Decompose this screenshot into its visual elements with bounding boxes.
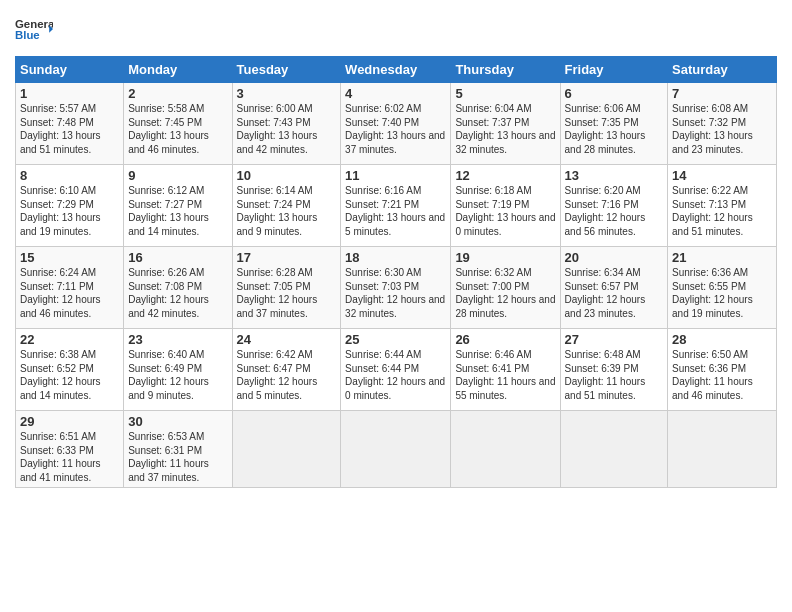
week-row-4: 22 Sunrise: 6:38 AMSunset: 6:52 PMDaylig… <box>16 329 777 411</box>
day-number: 30 <box>128 414 227 429</box>
header-row: SundayMondayTuesdayWednesdayThursdayFrid… <box>16 57 777 83</box>
day-info: Sunrise: 6:38 AMSunset: 6:52 PMDaylight:… <box>20 349 101 401</box>
day-info: Sunrise: 6:24 AMSunset: 7:11 PMDaylight:… <box>20 267 101 319</box>
day-info: Sunrise: 6:20 AMSunset: 7:16 PMDaylight:… <box>565 185 646 237</box>
day-info: Sunrise: 6:28 AMSunset: 7:05 PMDaylight:… <box>237 267 318 319</box>
day-number: 10 <box>237 168 337 183</box>
col-header-monday: Monday <box>124 57 232 83</box>
calendar-cell: 14 Sunrise: 6:22 AMSunset: 7:13 PMDaylig… <box>668 165 777 247</box>
calendar-cell <box>451 411 560 488</box>
day-info: Sunrise: 6:34 AMSunset: 6:57 PMDaylight:… <box>565 267 646 319</box>
day-info: Sunrise: 6:42 AMSunset: 6:47 PMDaylight:… <box>237 349 318 401</box>
calendar-cell: 16 Sunrise: 6:26 AMSunset: 7:08 PMDaylig… <box>124 247 232 329</box>
day-number: 3 <box>237 86 337 101</box>
day-number: 21 <box>672 250 772 265</box>
day-number: 4 <box>345 86 446 101</box>
day-number: 11 <box>345 168 446 183</box>
calendar-cell: 11 Sunrise: 6:16 AMSunset: 7:21 PMDaylig… <box>341 165 451 247</box>
calendar-cell: 10 Sunrise: 6:14 AMSunset: 7:24 PMDaylig… <box>232 165 341 247</box>
calendar-cell <box>341 411 451 488</box>
day-info: Sunrise: 5:57 AMSunset: 7:48 PMDaylight:… <box>20 103 101 155</box>
day-number: 7 <box>672 86 772 101</box>
calendar-cell: 21 Sunrise: 6:36 AMSunset: 6:55 PMDaylig… <box>668 247 777 329</box>
svg-text:General: General <box>15 18 53 30</box>
day-number: 27 <box>565 332 664 347</box>
week-row-3: 15 Sunrise: 6:24 AMSunset: 7:11 PMDaylig… <box>16 247 777 329</box>
day-number: 24 <box>237 332 337 347</box>
calendar-cell: 30 Sunrise: 6:53 AMSunset: 6:31 PMDaylig… <box>124 411 232 488</box>
calendar-cell: 5 Sunrise: 6:04 AMSunset: 7:37 PMDayligh… <box>451 83 560 165</box>
day-info: Sunrise: 6:48 AMSunset: 6:39 PMDaylight:… <box>565 349 646 401</box>
calendar-cell: 9 Sunrise: 6:12 AMSunset: 7:27 PMDayligh… <box>124 165 232 247</box>
logo: General Blue <box>15 10 53 48</box>
calendar-cell: 18 Sunrise: 6:30 AMSunset: 7:03 PMDaylig… <box>341 247 451 329</box>
day-info: Sunrise: 6:14 AMSunset: 7:24 PMDaylight:… <box>237 185 318 237</box>
col-header-wednesday: Wednesday <box>341 57 451 83</box>
day-number: 8 <box>20 168 119 183</box>
calendar-cell: 27 Sunrise: 6:48 AMSunset: 6:39 PMDaylig… <box>560 329 668 411</box>
day-number: 5 <box>455 86 555 101</box>
col-header-saturday: Saturday <box>668 57 777 83</box>
day-number: 6 <box>565 86 664 101</box>
day-number: 18 <box>345 250 446 265</box>
day-info: Sunrise: 6:10 AMSunset: 7:29 PMDaylight:… <box>20 185 101 237</box>
day-info: Sunrise: 6:26 AMSunset: 7:08 PMDaylight:… <box>128 267 209 319</box>
col-header-sunday: Sunday <box>16 57 124 83</box>
calendar-cell: 1 Sunrise: 5:57 AMSunset: 7:48 PMDayligh… <box>16 83 124 165</box>
calendar-cell: 17 Sunrise: 6:28 AMSunset: 7:05 PMDaylig… <box>232 247 341 329</box>
calendar-cell: 3 Sunrise: 6:00 AMSunset: 7:43 PMDayligh… <box>232 83 341 165</box>
col-header-thursday: Thursday <box>451 57 560 83</box>
calendar-cell: 26 Sunrise: 6:46 AMSunset: 6:41 PMDaylig… <box>451 329 560 411</box>
day-info: Sunrise: 6:02 AMSunset: 7:40 PMDaylight:… <box>345 103 445 155</box>
calendar-cell: 15 Sunrise: 6:24 AMSunset: 7:11 PMDaylig… <box>16 247 124 329</box>
logo-svg: General Blue <box>15 10 53 48</box>
calendar-cell: 8 Sunrise: 6:10 AMSunset: 7:29 PMDayligh… <box>16 165 124 247</box>
calendar-table: SundayMondayTuesdayWednesdayThursdayFrid… <box>15 56 777 488</box>
calendar-cell: 28 Sunrise: 6:50 AMSunset: 6:36 PMDaylig… <box>668 329 777 411</box>
week-row-5: 29 Sunrise: 6:51 AMSunset: 6:33 PMDaylig… <box>16 411 777 488</box>
day-number: 1 <box>20 86 119 101</box>
calendar-cell: 23 Sunrise: 6:40 AMSunset: 6:49 PMDaylig… <box>124 329 232 411</box>
day-number: 14 <box>672 168 772 183</box>
day-info: Sunrise: 6:44 AMSunset: 6:44 PMDaylight:… <box>345 349 445 401</box>
day-info: Sunrise: 5:58 AMSunset: 7:45 PMDaylight:… <box>128 103 209 155</box>
calendar-cell <box>668 411 777 488</box>
day-info: Sunrise: 6:36 AMSunset: 6:55 PMDaylight:… <box>672 267 753 319</box>
calendar-cell: 19 Sunrise: 6:32 AMSunset: 7:00 PMDaylig… <box>451 247 560 329</box>
day-info: Sunrise: 6:22 AMSunset: 7:13 PMDaylight:… <box>672 185 753 237</box>
day-number: 22 <box>20 332 119 347</box>
day-number: 28 <box>672 332 772 347</box>
day-info: Sunrise: 6:46 AMSunset: 6:41 PMDaylight:… <box>455 349 555 401</box>
day-number: 12 <box>455 168 555 183</box>
day-number: 16 <box>128 250 227 265</box>
calendar-cell: 20 Sunrise: 6:34 AMSunset: 6:57 PMDaylig… <box>560 247 668 329</box>
day-number: 13 <box>565 168 664 183</box>
day-number: 20 <box>565 250 664 265</box>
day-info: Sunrise: 6:12 AMSunset: 7:27 PMDaylight:… <box>128 185 209 237</box>
calendar-cell: 25 Sunrise: 6:44 AMSunset: 6:44 PMDaylig… <box>341 329 451 411</box>
calendar-cell <box>560 411 668 488</box>
day-number: 23 <box>128 332 227 347</box>
day-info: Sunrise: 6:53 AMSunset: 6:31 PMDaylight:… <box>128 431 209 483</box>
day-number: 19 <box>455 250 555 265</box>
calendar-cell: 12 Sunrise: 6:18 AMSunset: 7:19 PMDaylig… <box>451 165 560 247</box>
calendar-cell: 24 Sunrise: 6:42 AMSunset: 6:47 PMDaylig… <box>232 329 341 411</box>
col-header-tuesday: Tuesday <box>232 57 341 83</box>
svg-text:Blue: Blue <box>15 29 40 41</box>
header: General Blue <box>15 10 777 48</box>
calendar-cell: 6 Sunrise: 6:06 AMSunset: 7:35 PMDayligh… <box>560 83 668 165</box>
calendar-cell: 2 Sunrise: 5:58 AMSunset: 7:45 PMDayligh… <box>124 83 232 165</box>
day-info: Sunrise: 6:00 AMSunset: 7:43 PMDaylight:… <box>237 103 318 155</box>
calendar-cell: 29 Sunrise: 6:51 AMSunset: 6:33 PMDaylig… <box>16 411 124 488</box>
col-header-friday: Friday <box>560 57 668 83</box>
day-info: Sunrise: 6:50 AMSunset: 6:36 PMDaylight:… <box>672 349 753 401</box>
calendar-cell: 22 Sunrise: 6:38 AMSunset: 6:52 PMDaylig… <box>16 329 124 411</box>
day-number: 9 <box>128 168 227 183</box>
day-number: 25 <box>345 332 446 347</box>
day-info: Sunrise: 6:40 AMSunset: 6:49 PMDaylight:… <box>128 349 209 401</box>
page-container: General Blue SundayMondayTuesdayWednesda… <box>0 0 792 496</box>
week-row-2: 8 Sunrise: 6:10 AMSunset: 7:29 PMDayligh… <box>16 165 777 247</box>
calendar-cell: 4 Sunrise: 6:02 AMSunset: 7:40 PMDayligh… <box>341 83 451 165</box>
day-info: Sunrise: 6:16 AMSunset: 7:21 PMDaylight:… <box>345 185 445 237</box>
day-info: Sunrise: 6:04 AMSunset: 7:37 PMDaylight:… <box>455 103 555 155</box>
